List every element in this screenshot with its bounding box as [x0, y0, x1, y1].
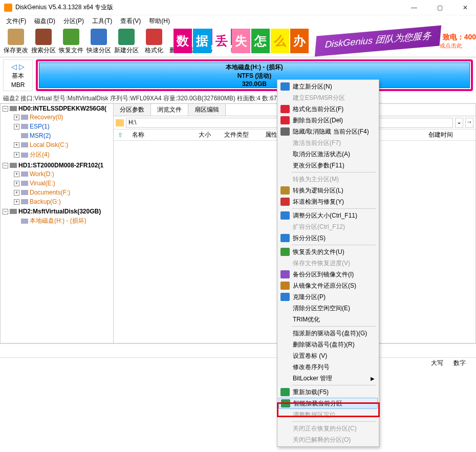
promo-banner[interactable]: 数据丢失怎么办 DiskGenius 团队为您服务 致电：400 或点击此 — [173, 27, 476, 55]
menu-view[interactable]: 查看(V) — [117, 16, 144, 27]
nav-arrows-icon[interactable]: ◁ ▷ — [11, 62, 25, 71]
tb-search[interactable]: 搜索分区 — [30, 29, 57, 55]
context-menu-item[interactable]: BitLocker 管理▶ — [278, 373, 378, 384]
tab-browse[interactable]: 浏览文件 — [151, 104, 188, 116]
tab-sector[interactable]: 扇区编辑 — [188, 104, 226, 116]
menu-item-label: 从镜像文件还原分区(S) — [293, 282, 356, 290]
tree-part-4[interactable]: 分区(4) — [30, 150, 50, 159]
context-menu-item[interactable]: 设置卷标 (V) — [278, 350, 378, 361]
menu-disk[interactable]: 磁盘(D) — [31, 16, 58, 27]
part-label-2: NTFS (活动) — [237, 72, 272, 80]
close-button[interactable]: ✕ — [459, 3, 472, 13]
menu-item-label: 隐藏/取消隐藏 当前分区(F4) — [293, 127, 369, 136]
context-menu-item[interactable]: 清除分区空闲空间(E) — [278, 303, 378, 314]
context-menu-item[interactable]: 取消分区激活状态(A) — [278, 148, 378, 160]
menu-item-label: 删除当前分区(Del) — [293, 116, 343, 125]
disk-tree[interactable]: −HD0:INTELSSDPEKKW256G8( +Recovery(0) +E… — [0, 103, 114, 343]
hdd-icon — [10, 163, 17, 168]
col-up-icon[interactable]: ⇧ — [114, 132, 128, 139]
col-type[interactable]: 文件类型 — [220, 131, 261, 139]
menu-item-icon — [280, 186, 290, 195]
context-menu-item[interactable]: 智能加载当前分区 — [278, 398, 378, 409]
tb-recover[interactable]: 恢复文件 — [57, 29, 85, 55]
tb-save[interactable]: 保存更改 — [2, 29, 30, 55]
tb-newpart[interactable]: 新建分区 — [113, 29, 140, 55]
context-menu-item[interactable]: 删除驱动器号(盘符)(R) — [278, 339, 378, 350]
partition-nav[interactable]: ◁ ▷ 基本 MBR — [3, 59, 33, 91]
expand-icon[interactable]: + — [14, 115, 19, 120]
expand-icon[interactable]: − — [3, 163, 8, 168]
context-menu-item[interactable]: 更改分区参数(F11) — [278, 160, 378, 171]
tree-disk-1[interactable]: HD1:ST2000DM008-2FR102(1 — [18, 162, 103, 169]
context-menu-item: 关闭正在恢复的分区(C) — [278, 423, 378, 434]
expand-icon[interactable]: + — [14, 199, 19, 205]
expand-icon[interactable]: + — [14, 181, 19, 186]
menu-item-label: 关闭已解释的分区(O) — [293, 436, 351, 444]
menu-bar: 文件(F) 磁盘(D) 分区(P) 工具(T) 查看(V) 帮助(H) — [0, 15, 476, 27]
menu-item-label: TRIM优化 — [293, 315, 320, 324]
path-dropdown-icon[interactable]: ⌄ — [455, 118, 463, 128]
menu-partition[interactable]: 分区(P) — [60, 16, 87, 27]
menu-item-label: 拆分分区(S) — [293, 234, 326, 243]
expand-icon[interactable]: − — [3, 106, 8, 112]
tree-part-e[interactable]: Virual(E:) — [30, 180, 55, 187]
expand-icon[interactable]: + — [14, 190, 19, 196]
tree-part-msr[interactable]: MSR(2) — [30, 132, 51, 139]
context-menu-item[interactable]: 恢复丢失的文件(U) — [278, 246, 378, 257]
banner-char: 失 — [232, 29, 250, 53]
context-menu-item[interactable]: 转换为逻辑分区(L) — [278, 185, 378, 196]
promo-text: DiskGenius 团队为您服务 — [314, 26, 441, 57]
context-menu-item[interactable]: 坏道检测与修复(Y) — [278, 196, 378, 207]
context-menu-item[interactable]: 删除当前分区(Del) — [278, 115, 378, 126]
context-menu-item[interactable]: 重新加载(F5) — [278, 386, 378, 398]
tree-part-c[interactable]: Local Disk(C:) — [30, 141, 68, 148]
minimize-button[interactable]: — — [407, 3, 421, 13]
path-go-icon[interactable]: → — [465, 118, 473, 128]
context-menu-item[interactable]: 修改卷序列号 — [278, 361, 378, 373]
tree-disk-0[interactable]: HD0:INTELSSDPEKKW256G8( — [18, 105, 106, 112]
tab-params[interactable]: 分区参数 — [114, 104, 151, 116]
context-menu-item[interactable]: TRIM优化 — [278, 314, 378, 325]
col-name[interactable]: 名称 — [128, 131, 194, 139]
context-menu-item[interactable]: 调整分区大小(Ctrl_F11) — [278, 210, 378, 221]
context-menu-item[interactable]: 隐藏/取消隐藏 当前分区(F4) — [278, 126, 378, 137]
menu-item-icon — [280, 105, 290, 113]
expand-icon[interactable]: + — [14, 171, 19, 177]
menu-file[interactable]: 文件(F) — [3, 16, 29, 27]
part-icon — [21, 115, 28, 120]
tb-format[interactable]: 格式化 — [140, 29, 168, 55]
menu-tools[interactable]: 工具(T) — [89, 16, 115, 27]
promo-tel: 致电：400 — [443, 33, 476, 42]
context-menu-item[interactable]: 指派新的驱动器号(盘符)(G) — [278, 328, 378, 339]
menu-help[interactable]: 帮助(H) — [146, 16, 173, 27]
app-logo-icon — [4, 4, 12, 12]
tb-quickpart[interactable]: 快速分区 — [85, 29, 113, 55]
expand-icon[interactable]: + — [14, 152, 19, 158]
context-menu-item[interactable]: 拆分分区(S) — [278, 232, 378, 244]
menu-separator — [292, 208, 376, 209]
partition-graphic[interactable]: 本地磁盘(H:) - (损坏) NTFS (活动) 320.0GB — [36, 59, 473, 91]
col-ctime[interactable]: 创建时间 — [424, 131, 475, 139]
tree-part-g[interactable]: Backup(G:) — [30, 198, 61, 205]
context-menu-item[interactable]: 格式化当前分区(F) — [278, 103, 378, 115]
expand-icon[interactable]: + — [14, 124, 19, 130]
tree-part-esp[interactable]: ESP(1) — [30, 123, 50, 130]
tree-disk-2[interactable]: HD2:MsftVirtualDisk(320GB) — [18, 208, 101, 215]
expand-icon[interactable]: − — [3, 209, 8, 214]
menu-item-label: 扩容分区(Ctrl_F12) — [293, 223, 345, 231]
maximize-button[interactable]: ▢ — [433, 3, 446, 13]
context-menu-item: 扩容分区(Ctrl_F12) — [278, 221, 378, 232]
menu-item-icon — [280, 388, 290, 396]
tree-part-recovery[interactable]: Recovery(0) — [30, 114, 63, 121]
menu-item-icon — [280, 211, 290, 220]
col-size[interactable]: 大小 — [194, 131, 220, 139]
recover-icon — [63, 29, 79, 45]
context-menu-item[interactable]: 备份分区到镜像文件(I) — [278, 269, 378, 280]
tree-part-h-selected[interactable]: 本地磁盘(H:) - (损坏) — [30, 217, 86, 225]
tree-part-d[interactable]: Work(D:) — [30, 170, 54, 178]
context-menu-item[interactable]: 建立新分区(N) — [278, 81, 378, 92]
context-menu-item[interactable]: 克隆分区(P) — [278, 291, 378, 303]
context-menu-item[interactable]: 从镜像文件还原分区(S) — [278, 280, 378, 291]
tree-part-f[interactable]: Documents(F:) — [30, 189, 70, 196]
expand-icon[interactable]: + — [14, 142, 19, 148]
